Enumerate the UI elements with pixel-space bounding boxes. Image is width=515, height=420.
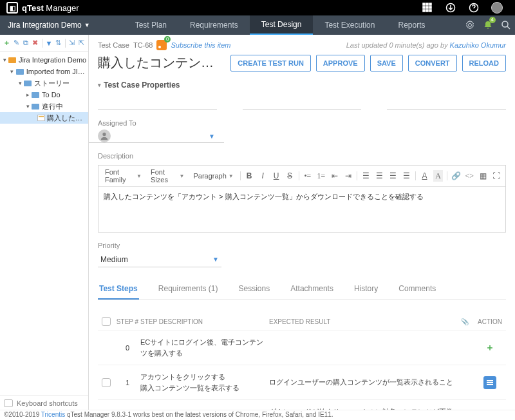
- tree-node[interactable]: ▾ Imported from JIRA: [0, 66, 88, 77]
- nav-tab-test-execution[interactable]: Test Execution: [313, 15, 386, 35]
- create-test-run-button[interactable]: CREATE TEST RUN: [230, 55, 310, 72]
- svg-rect-3: [423, 6, 425, 8]
- code-icon[interactable]: <>: [465, 170, 474, 182]
- convert-button[interactable]: CONVERT: [408, 55, 457, 72]
- keyboard-shortcuts-link[interactable]: Keyboard shortcuts: [0, 396, 88, 410]
- add-icon[interactable]: ＋: [3, 38, 11, 48]
- svg-point-11: [502, 21, 508, 27]
- align-justify-icon[interactable]: ☰: [402, 170, 411, 182]
- svg-rect-7: [426, 10, 428, 12]
- font-size-select[interactable]: Font Sizes▼: [148, 168, 187, 184]
- svg-rect-6: [423, 10, 425, 12]
- bg-color-icon[interactable]: A: [433, 170, 443, 182]
- outdent-icon[interactable]: ⇤: [330, 170, 339, 182]
- tree: ▾ Jira Integration Demo ▾ Imported from …: [0, 52, 88, 126]
- apps-grid-icon[interactable]: [420, 0, 435, 15]
- reload-button[interactable]: RELOAD: [462, 55, 506, 72]
- priority-label: Priority: [98, 242, 506, 249]
- tree-node-selected[interactable]: 購入したコンテ: [0, 112, 88, 124]
- paragraph-select[interactable]: Paragraph▼: [191, 172, 236, 180]
- step-menu-icon[interactable]: [483, 376, 496, 389]
- table-icon[interactable]: ▦: [478, 170, 488, 182]
- step-number: 1: [115, 379, 140, 387]
- indent-icon[interactable]: ⇥: [343, 170, 353, 182]
- svg-rect-8: [429, 10, 431, 12]
- step-checkbox[interactable]: [102, 378, 111, 387]
- underline-icon[interactable]: U: [272, 170, 281, 182]
- chevron-down-icon: ▼: [209, 133, 215, 140]
- assigned-to-label: Assigned To: [98, 119, 506, 127]
- rss-icon[interactable]: 0: [156, 40, 167, 50]
- footer-link[interactable]: Tricentis: [41, 411, 65, 418]
- svg-rect-0: [423, 3, 425, 5]
- filter-icon[interactable]: ▼: [44, 38, 53, 48]
- step-description: アカウントをクリックする 購入コンテンツ一覧を表示する: [140, 372, 269, 393]
- description-text[interactable]: 購入したコンテンツを「アカウント > 購入コンテンツ一覧」からダウンロードできる…: [98, 187, 505, 232]
- nav-tab-requirements[interactable]: Requirements: [178, 15, 250, 35]
- test-case-id: TC-68: [133, 41, 153, 49]
- test-case-title: 購入したコンテンツをダウンロー...: [98, 54, 225, 72]
- tab-sessions[interactable]: Sessions: [238, 279, 272, 300]
- search-icon[interactable]: [497, 15, 515, 35]
- expand-icon[interactable]: ⇲: [68, 38, 77, 48]
- link-icon[interactable]: 🔗: [451, 170, 461, 182]
- user-avatar[interactable]: [489, 0, 505, 15]
- step-row[interactable]: 0 ECサイトにログイン後、電子コンテンツを購入する ＋: [98, 330, 506, 365]
- strike-icon[interactable]: S: [285, 170, 295, 182]
- text-color-icon[interactable]: A: [420, 170, 429, 182]
- bold-icon[interactable]: B: [245, 170, 254, 182]
- save-button[interactable]: SAVE: [370, 55, 403, 72]
- nav-tab-test-plan[interactable]: Test Plan: [124, 15, 178, 35]
- project-selector[interactable]: Jira Integration Demo▼: [0, 15, 98, 35]
- align-left-icon[interactable]: ☰: [361, 170, 371, 182]
- step-number: 0: [115, 344, 140, 352]
- tab-attachments[interactable]: Attachments: [289, 279, 335, 300]
- number-list-icon[interactable]: 1≡: [316, 170, 326, 182]
- collapse-icon[interactable]: ⇱: [77, 38, 86, 48]
- align-center-icon[interactable]: ☰: [375, 170, 384, 182]
- subscribe-link[interactable]: Subscribe this item: [171, 41, 230, 49]
- fullscreen-icon[interactable]: ⛶: [492, 170, 501, 182]
- nav-tab-reports[interactable]: Reports: [386, 15, 436, 35]
- copy-icon[interactable]: ⧉: [21, 38, 30, 48]
- edit-icon[interactable]: ✎: [12, 38, 21, 48]
- help-icon[interactable]: [466, 0, 482, 15]
- italic-icon[interactable]: I: [258, 170, 268, 182]
- download-icon[interactable]: [443, 0, 458, 15]
- add-step-icon[interactable]: ＋: [483, 341, 496, 354]
- delete-icon[interactable]: ✖: [31, 38, 39, 48]
- tab-requirements[interactable]: Requirements (1): [157, 279, 220, 300]
- properties-header[interactable]: ▾ Test Case Properties: [98, 81, 506, 90]
- font-family-select[interactable]: Font Family▼: [102, 168, 144, 184]
- step-expected: ログインユーザーの購入コンテンツが一覧表示されること: [269, 377, 456, 388]
- notifications-bell-icon[interactable]: 4: [479, 15, 497, 35]
- property-field-2[interactable]: [243, 95, 362, 110]
- property-field-1[interactable]: [98, 95, 217, 110]
- sort-icon[interactable]: ⇅: [54, 38, 62, 48]
- app-logo-text: qTest Manager: [22, 3, 79, 13]
- property-field-3[interactable]: [387, 95, 506, 110]
- app-logo-icon: ◧: [6, 2, 18, 14]
- select-all-checkbox[interactable]: [102, 317, 111, 326]
- bullet-list-icon[interactable]: •≡: [303, 170, 312, 182]
- tree-root[interactable]: ▾ Jira Integration Demo: [0, 54, 88, 66]
- tree-node[interactable]: ▾ ストーリー: [0, 77, 88, 89]
- tab-history[interactable]: History: [353, 279, 379, 300]
- nav-tab-test-design[interactable]: Test Design: [250, 15, 314, 35]
- col-action: ACTION: [474, 318, 506, 325]
- tab-test-steps[interactable]: Test Steps: [98, 279, 139, 300]
- align-right-icon[interactable]: ☰: [388, 170, 398, 182]
- priority-select[interactable]: Medium▼: [98, 252, 221, 267]
- approve-button[interactable]: APPROVE: [316, 55, 365, 72]
- tree-node[interactable]: ▸ To Do: [0, 89, 88, 100]
- step-row[interactable]: 1 アカウントをクリックする 購入コンテンツ一覧を表示する ログインユーザーの購…: [98, 365, 506, 400]
- tab-comments[interactable]: Comments: [397, 279, 437, 300]
- col-expected: EXPECTED RESULT: [269, 318, 456, 325]
- tree-node[interactable]: ▾ 進行中: [0, 100, 88, 112]
- svg-point-12: [102, 133, 106, 136]
- step-description: ECサイトにログイン後、電子コンテンツを購入する: [140, 337, 269, 358]
- step-row[interactable]: 2 コンテンツのリンクをクリックする ダウンロードが始まり、ローカルに対象コンテ…: [98, 400, 506, 410]
- settings-gear-icon[interactable]: [461, 15, 479, 35]
- last-updated-user-link[interactable]: Kazuhiko Okumur: [450, 41, 506, 49]
- assigned-to-select[interactable]: ▼: [89, 129, 224, 143]
